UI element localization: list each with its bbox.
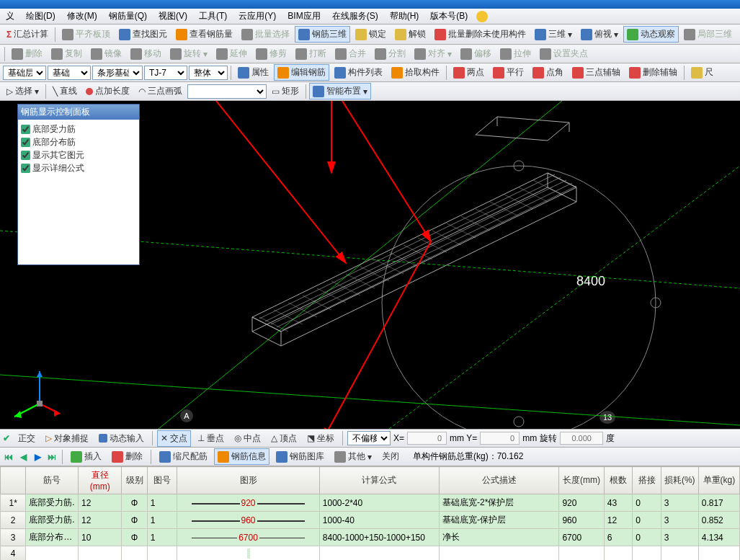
- del-button[interactable]: 删除: [8, 45, 46, 62]
- menu-view[interactable]: 视图(V): [156, 9, 190, 24]
- y-field[interactable]: 0: [480, 432, 520, 445]
- angle-field[interactable]: 0.000: [560, 432, 603, 445]
- chk-other-elem[interactable]: 显示其它图元: [21, 149, 136, 161]
- find-elem-button[interactable]: 查找图元: [115, 26, 171, 43]
- batch-sel-button[interactable]: 批量选择: [238, 26, 293, 43]
- chk-bottom-dist[interactable]: 底部分布筋: [21, 136, 136, 148]
- break-button[interactable]: 打断: [292, 45, 330, 62]
- ortho-toggle[interactable]: 正交: [14, 430, 39, 447]
- local3d-button[interactable]: 局部三维: [680, 26, 736, 43]
- chk-bottom-main[interactable]: 底部受力筋: [21, 123, 136, 135]
- x-field[interactable]: 0: [407, 432, 447, 445]
- rebar-info-button[interactable]: 钢筋信息: [214, 448, 269, 465]
- line-button[interactable]: ╲ 直线: [49, 83, 81, 99]
- rebar-display-panel[interactable]: 钢筋显示控制面板 底部受力筋 底部分布筋 显示其它图元 显示详细公式: [17, 104, 140, 265]
- other-button[interactable]: 其他▾: [331, 448, 375, 465]
- threearc-button[interactable]: ◠ 三点画弧: [135, 83, 186, 99]
- insert-row-button[interactable]: 插入: [67, 448, 105, 465]
- threeptaux-button[interactable]: 三点辅轴: [569, 64, 624, 81]
- menu-help[interactable]: 帮助(H): [387, 9, 422, 24]
- trim-button[interactable]: 修剪: [252, 45, 290, 62]
- table-row[interactable]: 4: [1, 546, 740, 561]
- rebar-table[interactable]: 筋号 直径(mm) 级别 图号 图形 计算公式 公式描述 长度(mm) 根数 搭…: [0, 466, 740, 560]
- copy-button[interactable]: 复制: [48, 45, 86, 62]
- menu-online[interactable]: 在线服务(S): [329, 9, 381, 24]
- flat-slab-button[interactable]: 平齐板顶: [58, 26, 114, 43]
- edit-rebar-button[interactable]: 编辑钢筋: [274, 64, 329, 81]
- batch-del-button[interactable]: 批量删除未使用构件: [431, 26, 530, 43]
- pickmember-button[interactable]: 拾取构件: [388, 64, 443, 81]
- table-row[interactable]: 2 底部受力筋.12Φ1 960 1000-40基础底宽-保护层96012030…: [1, 512, 740, 529]
- deg-label: 度: [606, 432, 615, 445]
- whole-select[interactable]: 整体: [189, 66, 228, 80]
- menu-cloud[interactable]: 云应用(Y): [236, 9, 279, 24]
- dyninput-toggle[interactable]: 动态输入: [95, 430, 148, 447]
- twopt-button[interactable]: 两点: [450, 64, 488, 81]
- apex-toggle[interactable]: △顶点: [267, 430, 300, 447]
- nav-last[interactable]: ⏭: [46, 451, 58, 463]
- mirror-button[interactable]: 镜像: [87, 45, 125, 62]
- viewport-3d[interactable]: 钢筋显示控制面板 底部受力筋 底部分布筋 显示其它图元 显示详细公式: [0, 101, 740, 429]
- menu-def[interactable]: 义: [3, 9, 17, 24]
- nav-next[interactable]: ▶: [32, 451, 43, 463]
- menu-bim[interactable]: BIM应用: [285, 9, 323, 24]
- rect-button[interactable]: ▭ 矩形: [268, 83, 303, 99]
- menu-rebar[interactable]: 钢筋量(Q): [106, 9, 150, 24]
- floor-select[interactable]: 基础层: [3, 66, 46, 80]
- move-button[interactable]: 移动: [127, 45, 165, 62]
- close-button[interactable]: 关闭: [378, 448, 403, 465]
- draw-mode-select[interactable]: [187, 84, 267, 99]
- category-select[interactable]: 基础: [48, 66, 91, 80]
- ptangle-button[interactable]: 点角: [529, 64, 567, 81]
- delaux-button[interactable]: 删除辅轴: [625, 64, 681, 81]
- table-row[interactable]: 1* 底部受力筋.12Φ1 920 1000-2*40基础底宽-2*保护层920…: [1, 494, 740, 512]
- delete-row-button[interactable]: 删除: [108, 448, 146, 465]
- ptlen-button[interactable]: 点加长度: [82, 83, 133, 99]
- coord-toggle[interactable]: ⬔坐标: [303, 430, 338, 447]
- offset-button[interactable]: 偏移: [457, 45, 495, 62]
- unlock-button[interactable]: 解锁: [391, 26, 429, 43]
- look-button[interactable]: 俯视▾: [577, 26, 622, 43]
- dynview-button[interactable]: 动态观察: [623, 26, 679, 43]
- setgrip-button[interactable]: 设置夹点: [536, 45, 592, 62]
- rebar-3d-button[interactable]: 钢筋三维: [295, 26, 350, 43]
- subcat-select[interactable]: 条形基础: [92, 66, 143, 80]
- offset-select[interactable]: 不偏移: [347, 431, 391, 445]
- xpt-toggle[interactable]: ✕交点: [157, 430, 191, 447]
- menu-version[interactable]: 版本号(B): [427, 9, 471, 24]
- menu-modify[interactable]: 修改(M): [64, 9, 100, 24]
- sum-calc-button[interactable]: ΣΣ 汇总计算汇总计算: [3, 26, 52, 43]
- memberlist-button[interactable]: 构件列表: [331, 64, 386, 81]
- nav-first[interactable]: ⏮: [3, 451, 14, 463]
- osnap-toggle[interactable]: ▷对象捕捉: [42, 430, 92, 447]
- ruler-button[interactable]: 尺: [687, 64, 717, 81]
- svg-line-16: [259, 174, 555, 319]
- chk-detail-formula[interactable]: 显示详细公式: [21, 162, 136, 174]
- rebar-lib-button[interactable]: 钢筋图库: [272, 448, 328, 465]
- parallel-button[interactable]: 平行: [489, 64, 527, 81]
- select-button[interactable]: ▷ 选择▾: [3, 83, 43, 99]
- align-button[interactable]: 对齐▾: [411, 45, 455, 62]
- perp-toggle[interactable]: ⊥垂点: [194, 430, 228, 447]
- props-button[interactable]: 属性: [234, 64, 272, 81]
- menu-tools[interactable]: 工具(T): [196, 9, 230, 24]
- lock-button[interactable]: 锁定: [352, 26, 390, 43]
- menu-draw[interactable]: 绘图(D): [23, 9, 58, 24]
- toolbar-main: ΣΣ 汇总计算汇总计算 平齐板顶 查找图元 查看钢筋量 批量选择 钢筋三维 锁定…: [0, 25, 740, 45]
- instance-select[interactable]: TJ-7: [144, 66, 187, 80]
- mid-toggle[interactable]: ◎中点: [231, 430, 264, 447]
- scale-rebar-button[interactable]: 缩尺配筋: [156, 448, 211, 465]
- toolbar-elem: 基础层 基础 条形基础 TJ-7 整体 属性 编辑钢筋 构件列表 拾取构件 两点…: [0, 63, 740, 82]
- split-button[interactable]: 分割: [371, 45, 409, 62]
- extend-button[interactable]: 延伸: [213, 45, 251, 62]
- col-qty: 根数: [604, 467, 633, 494]
- threed-button[interactable]: 三维▾: [531, 26, 576, 43]
- col-formula: 计算公式: [319, 467, 439, 494]
- nav-prev[interactable]: ◀: [17, 451, 29, 463]
- merge-button[interactable]: 合并: [331, 45, 370, 62]
- view-rebar-button[interactable]: 查看钢筋量: [172, 26, 236, 43]
- smart-button[interactable]: 智能布置▾: [309, 83, 371, 99]
- stretch-button[interactable]: 拉伸: [496, 45, 535, 62]
- rotate-button[interactable]: 旋转▾: [166, 45, 211, 62]
- table-row[interactable]: 3 底部分布筋.110Φ1 6700 8400-1000+150-1000+15…: [1, 529, 740, 546]
